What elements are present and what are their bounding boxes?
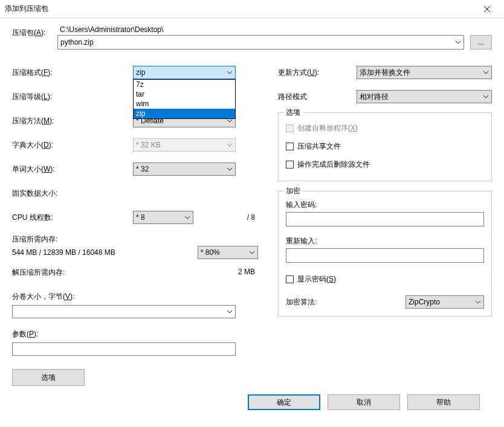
browse-button[interactable]: ... xyxy=(470,35,492,50)
mem-label-row: 压缩所需内存: xyxy=(12,234,260,245)
cpu-label: CPU 线程数: xyxy=(12,213,133,223)
archive-filename-combo[interactable]: python.zip xyxy=(57,35,464,50)
update-row: 更新方式(U): 添加并替换文件 xyxy=(278,60,492,85)
delete-row[interactable]: 操作完成后删除源文件 xyxy=(286,155,484,173)
password-input[interactable] xyxy=(286,212,484,226)
cpu-row: CPU 线程数: * 8 / 8 xyxy=(12,205,260,230)
window-title: 添加到压缩包 xyxy=(5,4,475,14)
archive-path: C:\Users\Administrator\Desktop\ xyxy=(57,25,492,34)
mem-pct-value: * 80% xyxy=(201,248,220,257)
archive-section: 压缩包(A): C:\Users\Administrator\Desktop\ … xyxy=(12,25,492,50)
dict-combo: * 32 KB xyxy=(133,138,236,152)
chevron-down-icon xyxy=(183,213,192,222)
algo-label: 加密算法: xyxy=(286,297,405,307)
shared-checkbox[interactable] xyxy=(286,143,294,150)
format-dropdown-list: 7z tar wim zip xyxy=(133,79,236,119)
pw-label: 输入密码: xyxy=(286,197,484,212)
level-label: 压缩等级(L): xyxy=(12,92,133,102)
params-label-row: 参数(P): xyxy=(12,327,260,341)
chevron-down-icon xyxy=(454,38,462,47)
archive-input-row: python.zip ... xyxy=(57,35,492,50)
dialog-content: 压缩包(A): C:\Users\Administrator\Desktop\ … xyxy=(0,18,504,427)
sfx-checkbox xyxy=(286,124,294,132)
footer: 确定 取消 帮助 xyxy=(12,386,492,420)
word-label: 单词大小(W): xyxy=(12,164,133,175)
pathmode-combo[interactable]: 相对路径 xyxy=(357,90,492,103)
pathmode-label: 路径模式 xyxy=(278,92,357,102)
dict-value: * 32 KB xyxy=(136,141,161,149)
sfx-label: 创建自释放程序(X) xyxy=(297,123,358,133)
add-to-archive-dialog: 添加到压缩包 压缩包(A): C:\Users\Administrator\De… xyxy=(0,0,504,427)
format-option-wim[interactable]: wim xyxy=(134,99,235,109)
showpw-label: 显示密码(S) xyxy=(297,274,336,284)
algo-row: 加密算法: ZipCrypto xyxy=(286,295,484,309)
pathmode-value: 相对路径 xyxy=(360,92,389,102)
format-combo[interactable]: zip 7z tar wim zip xyxy=(133,66,236,79)
showpw-checkbox[interactable] xyxy=(286,275,294,283)
volume-label-row: 分卷大小，字节(V): xyxy=(12,289,260,304)
archive-label: 压缩包(A): xyxy=(12,25,57,38)
options-button[interactable]: 选项 xyxy=(12,369,85,386)
mem-value-row: 544 MB / 12839 MB / 16048 MB * 80% xyxy=(12,246,260,259)
options-legend: 选项 xyxy=(283,108,303,118)
cancel-button[interactable]: 取消 xyxy=(328,394,400,410)
columns: 压缩格式(F): zip 7z tar wim zip 压缩等级(L): xyxy=(12,60,492,386)
archive-filename-text: python.zip xyxy=(60,38,94,47)
algo-combo[interactable]: ZipCrypto xyxy=(405,295,484,309)
delete-checkbox[interactable] xyxy=(286,161,294,169)
options-group: 选项 创建自释放程序(X) 压缩共享文件 操作完成后删除源文件 xyxy=(278,112,492,181)
update-value: 添加并替换文件 xyxy=(360,68,410,78)
pw2-label: 重新输入: xyxy=(286,234,484,248)
algo-value: ZipCrypto xyxy=(409,298,440,306)
decomp-row: 解压缩所需内存: 2 MB xyxy=(12,268,260,286)
left-column: 压缩格式(F): zip 7z tar wim zip 压缩等级(L): xyxy=(12,60,260,386)
password-confirm-input[interactable] xyxy=(286,248,484,263)
cpu-combo[interactable]: * 8 xyxy=(133,211,193,224)
dict-label: 字典大小(D): xyxy=(12,140,133,150)
showpw-row[interactable]: 显示密码(S) xyxy=(286,270,484,288)
chevron-down-icon xyxy=(474,298,482,306)
close-icon xyxy=(483,5,491,13)
sfx-row: 创建自释放程序(X) xyxy=(286,119,484,137)
encryption-legend: 加密 xyxy=(283,186,303,196)
dict-row: 字典大小(D): * 32 KB xyxy=(12,133,260,157)
volume-combo[interactable] xyxy=(12,305,236,318)
update-label: 更新方式(U): xyxy=(278,68,357,78)
right-column: 更新方式(U): 添加并替换文件 路径模式 相对路径 选项 xyxy=(278,60,492,386)
mem-label: 压缩所需内存: xyxy=(12,234,57,245)
format-row: 压缩格式(F): zip 7z tar wim zip xyxy=(12,60,260,85)
params-input[interactable] xyxy=(12,342,236,356)
ok-button[interactable]: 确定 xyxy=(248,394,320,410)
shared-label: 压缩共享文件 xyxy=(297,141,341,152)
format-option-7z[interactable]: 7z xyxy=(134,80,235,89)
word-combo[interactable]: * 32 xyxy=(133,162,236,176)
volume-label: 分卷大小，字节(V): xyxy=(12,292,74,302)
word-row: 单词大小(W): * 32 xyxy=(12,157,260,181)
format-value: zip xyxy=(136,68,145,77)
chevron-down-icon xyxy=(225,307,234,316)
mem-value: 544 MB / 12839 MB / 16048 MB xyxy=(12,248,115,257)
format-label: 压缩格式(F): xyxy=(12,68,133,78)
cpu-max: / 8 xyxy=(247,213,260,222)
chevron-down-icon xyxy=(482,68,490,77)
format-option-zip[interactable]: zip xyxy=(134,109,235,118)
archive-right: C:\Users\Administrator\Desktop\ python.z… xyxy=(57,25,492,50)
params-label: 参数(P): xyxy=(12,329,38,339)
update-combo[interactable]: 添加并替换文件 xyxy=(357,66,492,79)
chevron-down-icon xyxy=(248,248,256,257)
close-button[interactable] xyxy=(475,0,499,18)
solid-label: 固实数据大小: xyxy=(12,188,133,199)
help-button[interactable]: 帮助 xyxy=(407,394,480,410)
solid-row: 固实数据大小: xyxy=(12,181,260,205)
chevron-down-icon xyxy=(482,92,490,101)
delete-label: 操作完成后删除源文件 xyxy=(297,159,370,170)
pathmode-row: 路径模式 相对路径 xyxy=(278,85,492,109)
mem-pct-combo[interactable]: * 80% xyxy=(198,246,258,259)
shared-row[interactable]: 压缩共享文件 xyxy=(286,137,484,155)
format-option-tar[interactable]: tar xyxy=(134,89,235,99)
titlebar: 添加到压缩包 xyxy=(0,0,504,18)
encryption-group: 加密 输入密码: 重新输入: 显示密码(S) 加密算法: ZipCrypto xyxy=(278,191,492,316)
word-value: * 32 xyxy=(136,165,149,173)
cpu-value: * 8 xyxy=(136,213,145,222)
chevron-down-icon xyxy=(225,68,234,77)
